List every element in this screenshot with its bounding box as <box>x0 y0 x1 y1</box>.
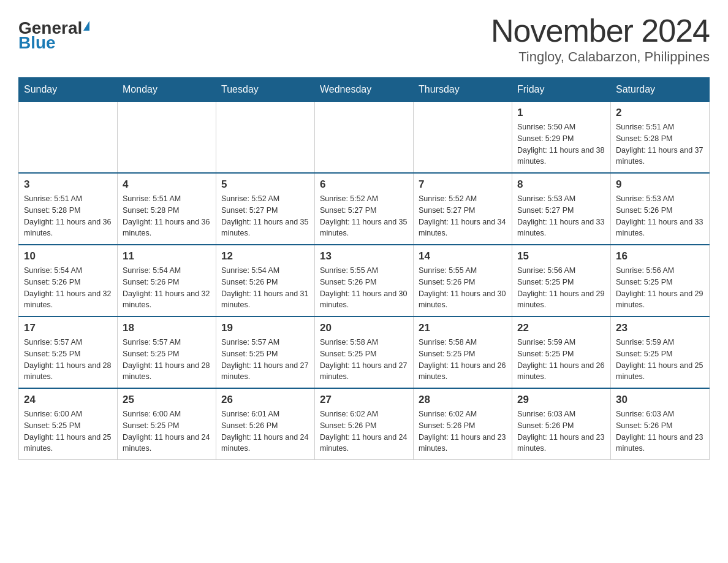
day-number: 2 <box>616 107 704 119</box>
day-number: 15 <box>517 250 605 262</box>
day-info: Sunrise: 6:02 AMSunset: 5:26 PMDaylight:… <box>419 408 507 454</box>
day-info: Sunrise: 6:03 AMSunset: 5:26 PMDaylight:… <box>616 408 704 454</box>
page-subtitle: Tingloy, Calabarzon, Philippines <box>491 49 710 65</box>
day-number: 25 <box>123 394 211 406</box>
day-number: 19 <box>221 322 309 334</box>
calendar-cell: 22Sunrise: 5:59 AMSunset: 5:25 PMDayligh… <box>512 316 611 388</box>
day-number: 23 <box>616 322 704 334</box>
day-number: 7 <box>419 178 507 191</box>
day-number: 21 <box>419 322 507 334</box>
day-info: Sunrise: 5:55 AMSunset: 5:26 PMDaylight:… <box>320 265 408 311</box>
calendar-cell <box>414 102 512 174</box>
day-info: Sunrise: 5:52 AMSunset: 5:27 PMDaylight:… <box>320 193 408 239</box>
calendar-cell: 2Sunrise: 5:51 AMSunset: 5:28 PMDaylight… <box>611 102 710 174</box>
column-header-friday: Friday <box>512 78 611 102</box>
day-info: Sunrise: 6:00 AMSunset: 5:25 PMDaylight:… <box>24 408 112 454</box>
day-number: 4 <box>123 178 211 191</box>
calendar-cell <box>19 102 118 174</box>
calendar-cell <box>118 102 216 174</box>
logo-triangle-icon <box>83 21 89 31</box>
calendar-cell: 4Sunrise: 5:51 AMSunset: 5:28 PMDaylight… <box>118 173 216 245</box>
calendar-week-row: 10Sunrise: 5:54 AMSunset: 5:26 PMDayligh… <box>19 245 710 316</box>
day-number: 28 <box>419 394 507 406</box>
day-number: 1 <box>517 107 605 119</box>
day-number: 3 <box>24 178 112 191</box>
calendar-cell: 27Sunrise: 6:02 AMSunset: 5:26 PMDayligh… <box>315 388 414 460</box>
calendar-cell: 20Sunrise: 5:58 AMSunset: 5:25 PMDayligh… <box>315 316 414 388</box>
day-info: Sunrise: 5:56 AMSunset: 5:25 PMDaylight:… <box>616 265 704 311</box>
day-number: 12 <box>221 250 309 262</box>
day-info: Sunrise: 5:51 AMSunset: 5:28 PMDaylight:… <box>123 193 211 239</box>
calendar-cell: 12Sunrise: 5:54 AMSunset: 5:26 PMDayligh… <box>216 245 315 316</box>
logo: General Blue <box>18 18 89 53</box>
day-info: Sunrise: 6:03 AMSunset: 5:26 PMDaylight:… <box>517 408 605 454</box>
calendar-cell: 24Sunrise: 6:00 AMSunset: 5:25 PMDayligh… <box>19 388 118 460</box>
day-number: 30 <box>616 394 704 406</box>
page-header: General Blue November 2024 Tingloy, Cala… <box>18 12 710 65</box>
calendar-cell <box>216 102 315 174</box>
calendar-cell <box>315 102 414 174</box>
column-header-tuesday: Tuesday <box>216 78 315 102</box>
calendar-cell: 17Sunrise: 5:57 AMSunset: 5:25 PMDayligh… <box>19 316 118 388</box>
day-info: Sunrise: 6:01 AMSunset: 5:26 PMDaylight:… <box>221 408 309 454</box>
day-number: 5 <box>221 178 309 191</box>
day-info: Sunrise: 5:59 AMSunset: 5:25 PMDaylight:… <box>517 337 605 383</box>
day-info: Sunrise: 5:59 AMSunset: 5:25 PMDaylight:… <box>616 337 704 383</box>
day-info: Sunrise: 5:54 AMSunset: 5:26 PMDaylight:… <box>123 265 211 311</box>
day-info: Sunrise: 5:57 AMSunset: 5:25 PMDaylight:… <box>123 337 211 383</box>
day-number: 8 <box>517 178 605 191</box>
calendar-cell: 8Sunrise: 5:53 AMSunset: 5:27 PMDaylight… <box>512 173 611 245</box>
calendar-cell: 19Sunrise: 5:57 AMSunset: 5:25 PMDayligh… <box>216 316 315 388</box>
title-block: November 2024 Tingloy, Calabarzon, Phili… <box>491 12 710 65</box>
day-info: Sunrise: 5:57 AMSunset: 5:25 PMDaylight:… <box>24 337 112 383</box>
day-number: 14 <box>419 250 507 262</box>
day-number: 29 <box>517 394 605 406</box>
calendar-cell: 29Sunrise: 6:03 AMSunset: 5:26 PMDayligh… <box>512 388 611 460</box>
calendar-cell: 30Sunrise: 6:03 AMSunset: 5:26 PMDayligh… <box>611 388 710 460</box>
day-number: 18 <box>123 322 211 334</box>
calendar-cell: 21Sunrise: 5:58 AMSunset: 5:25 PMDayligh… <box>414 316 512 388</box>
day-number: 11 <box>123 250 211 262</box>
day-info: Sunrise: 5:54 AMSunset: 5:26 PMDaylight:… <box>221 265 309 311</box>
logo-blue-text: Blue <box>18 33 56 53</box>
day-info: Sunrise: 5:51 AMSunset: 5:28 PMDaylight:… <box>616 121 704 167</box>
calendar-cell: 15Sunrise: 5:56 AMSunset: 5:25 PMDayligh… <box>512 245 611 316</box>
day-number: 20 <box>320 322 408 334</box>
day-number: 6 <box>320 178 408 191</box>
column-header-saturday: Saturday <box>611 78 710 102</box>
column-header-thursday: Thursday <box>414 78 512 102</box>
calendar-cell: 6Sunrise: 5:52 AMSunset: 5:27 PMDaylight… <box>315 173 414 245</box>
calendar-cell: 18Sunrise: 5:57 AMSunset: 5:25 PMDayligh… <box>118 316 216 388</box>
day-info: Sunrise: 5:52 AMSunset: 5:27 PMDaylight:… <box>221 193 309 239</box>
calendar-cell: 3Sunrise: 5:51 AMSunset: 5:28 PMDaylight… <box>19 173 118 245</box>
calendar-table: SundayMondayTuesdayWednesdayThursdayFrid… <box>18 77 710 460</box>
day-info: Sunrise: 6:00 AMSunset: 5:25 PMDaylight:… <box>123 408 211 454</box>
day-info: Sunrise: 6:02 AMSunset: 5:26 PMDaylight:… <box>320 408 408 454</box>
day-info: Sunrise: 5:58 AMSunset: 5:25 PMDaylight:… <box>419 337 507 383</box>
calendar-header-row: SundayMondayTuesdayWednesdayThursdayFrid… <box>19 78 710 102</box>
calendar-cell: 14Sunrise: 5:55 AMSunset: 5:26 PMDayligh… <box>414 245 512 316</box>
calendar-cell: 5Sunrise: 5:52 AMSunset: 5:27 PMDaylight… <box>216 173 315 245</box>
calendar-week-row: 24Sunrise: 6:00 AMSunset: 5:25 PMDayligh… <box>19 388 710 460</box>
day-info: Sunrise: 5:56 AMSunset: 5:25 PMDaylight:… <box>517 265 605 311</box>
day-info: Sunrise: 5:53 AMSunset: 5:27 PMDaylight:… <box>517 193 605 239</box>
page-title: November 2024 <box>491 12 710 49</box>
calendar-cell: 26Sunrise: 6:01 AMSunset: 5:26 PMDayligh… <box>216 388 315 460</box>
column-header-wednesday: Wednesday <box>315 78 414 102</box>
calendar-cell: 13Sunrise: 5:55 AMSunset: 5:26 PMDayligh… <box>315 245 414 316</box>
calendar-cell: 25Sunrise: 6:00 AMSunset: 5:25 PMDayligh… <box>118 388 216 460</box>
day-number: 13 <box>320 250 408 262</box>
day-number: 9 <box>616 178 704 191</box>
column-header-sunday: Sunday <box>19 78 118 102</box>
calendar-week-row: 3Sunrise: 5:51 AMSunset: 5:28 PMDaylight… <box>19 173 710 245</box>
calendar-cell: 10Sunrise: 5:54 AMSunset: 5:26 PMDayligh… <box>19 245 118 316</box>
calendar-cell: 9Sunrise: 5:53 AMSunset: 5:26 PMDaylight… <box>611 173 710 245</box>
day-number: 24 <box>24 394 112 406</box>
calendar-cell: 23Sunrise: 5:59 AMSunset: 5:25 PMDayligh… <box>611 316 710 388</box>
day-number: 16 <box>616 250 704 262</box>
calendar-week-row: 1Sunrise: 5:50 AMSunset: 5:29 PMDaylight… <box>19 102 710 174</box>
day-info: Sunrise: 5:58 AMSunset: 5:25 PMDaylight:… <box>320 337 408 383</box>
day-number: 26 <box>221 394 309 406</box>
day-info: Sunrise: 5:55 AMSunset: 5:26 PMDaylight:… <box>419 265 507 311</box>
calendar-cell: 16Sunrise: 5:56 AMSunset: 5:25 PMDayligh… <box>611 245 710 316</box>
